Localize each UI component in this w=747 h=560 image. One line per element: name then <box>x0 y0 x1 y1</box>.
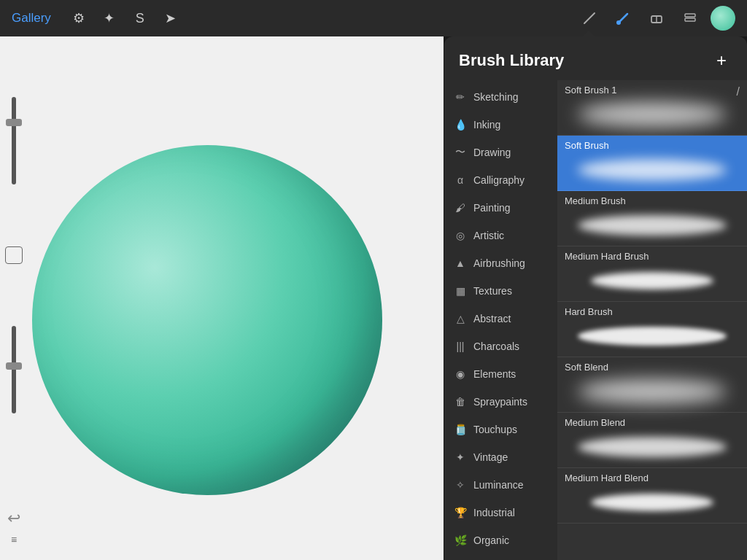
gallery-button[interactable]: Gallery <box>12 11 51 26</box>
brush-item-medium-blend[interactable]: Medium Blend <box>557 413 747 468</box>
svg-rect-4 <box>685 14 695 17</box>
category-item-organic[interactable]: 🌿Organic <box>444 526 557 554</box>
category-item-sketching[interactable]: ✏Sketching <box>444 83 557 111</box>
svg-rect-5 <box>685 18 695 21</box>
category-item-painting[interactable]: 🖌Painting <box>444 194 557 222</box>
category-item-industrial[interactable]: 🏆Industrial <box>444 499 557 526</box>
calligraphy-icon: α <box>453 173 468 187</box>
svg-point-1 <box>616 20 621 25</box>
category-item-artistic[interactable]: ◎Artistic <box>444 222 557 249</box>
spraypaints-label: Spraypaints <box>473 396 527 408</box>
brush-item-hard-brush[interactable]: Hard Brush <box>557 302 747 357</box>
brush-name-medium-hard-brush: Medium Hard Brush <box>565 251 649 262</box>
brush-item-soft-blend[interactable]: Soft Blend <box>557 357 747 413</box>
vintage-icon: ✦ <box>453 450 468 464</box>
brush-check-soft-brush-1: / <box>737 85 740 98</box>
artistic-icon: ◎ <box>453 228 468 243</box>
toolbar-right <box>576 5 735 31</box>
panel-title: Brush Library <box>459 51 564 70</box>
brush-item-medium-hard-brush[interactable]: Medium Hard Brush <box>557 246 747 302</box>
airbrushing-label: Airbrushing <box>473 257 525 269</box>
category-item-water[interactable]: 〰Water <box>444 554 557 560</box>
brush-name-row-medium-brush: Medium Brush <box>565 195 740 209</box>
brush-stroke-soft-brush <box>578 159 727 181</box>
undo-button[interactable]: ↩ <box>7 509 20 528</box>
brush-name-hard-brush: Hard Brush <box>565 306 613 317</box>
brush-name-row-soft-brush: Soft Brush <box>565 140 740 154</box>
category-item-luminance[interactable]: ✧Luminance <box>444 471 557 499</box>
bottom-controls: ↩ ≡ <box>7 509 20 545</box>
category-item-vintage[interactable]: ✦Vintage <box>444 443 557 471</box>
painting-label: Painting <box>473 202 511 214</box>
size-slider-handle[interactable] <box>6 119 22 126</box>
textures-icon: ▦ <box>453 284 468 298</box>
canvas-circle <box>32 145 382 495</box>
brush-item-medium-hard-blend[interactable]: Medium Hard Blend <box>557 468 747 524</box>
layers-icon[interactable] <box>677 5 703 31</box>
sketching-icon: ✏ <box>453 90 468 104</box>
brush-name-soft-brush-1: Soft Brush 1 <box>565 85 617 96</box>
eraser-tool-icon[interactable] <box>643 5 670 31</box>
inking-icon: 💧 <box>453 117 468 132</box>
airbrushing-icon: ▲ <box>453 256 468 271</box>
panel-header: Brush Library + <box>444 36 747 80</box>
drawing-label: Drawing <box>473 147 511 158</box>
select-icon[interactable]: ➤ <box>158 5 184 31</box>
brush-preview-hard-brush <box>565 320 740 352</box>
pen-tool-icon[interactable] <box>576 5 603 31</box>
drawing-icon: 〜 <box>453 145 468 160</box>
brush-preview-soft-brush-1 <box>565 98 740 131</box>
brush-name-soft-brush: Soft Brush <box>565 140 609 151</box>
spraypaints-icon: 🗑 <box>453 394 468 409</box>
size-slider-track[interactable] <box>12 97 16 184</box>
category-item-textures[interactable]: ▦Textures <box>444 277 557 305</box>
brush-item-medium-brush[interactable]: Medium Brush <box>557 191 747 246</box>
brush-item-soft-brush[interactable]: Soft Brush <box>557 136 747 191</box>
category-item-touchups[interactable]: 🫙Touchups <box>444 416 557 443</box>
category-item-spraypaints[interactable]: 🗑Spraypaints <box>444 388 557 416</box>
category-item-calligraphy[interactable]: αCalligraphy <box>444 166 557 194</box>
category-item-charcoals[interactable]: |||Charcoals <box>444 332 557 360</box>
brush-stroke-medium-brush <box>578 215 727 236</box>
category-item-elements[interactable]: ◉Elements <box>444 360 557 388</box>
painting-icon: 🖌 <box>453 201 468 215</box>
category-item-abstract[interactable]: △Abstract <box>444 305 557 332</box>
category-item-drawing[interactable]: 〜Drawing <box>444 139 557 166</box>
organic-label: Organic <box>473 534 509 546</box>
brush-stroke-medium-hard-brush <box>591 272 713 289</box>
smudge-icon[interactable]: S <box>127 5 153 31</box>
category-item-inking[interactable]: 💧Inking <box>444 111 557 139</box>
opacity-slider-track[interactable] <box>12 326 16 413</box>
square-tool-button[interactable] <box>5 246 23 264</box>
brush-name-medium-blend: Medium Blend <box>565 417 625 428</box>
brush-name-medium-hard-blend: Medium Hard Blend <box>565 472 649 483</box>
charcoals-icon: ||| <box>453 339 468 354</box>
brush-tool-icon[interactable] <box>610 5 636 31</box>
brush-name-soft-blend: Soft Blend <box>565 362 608 373</box>
industrial-icon: 🏆 <box>453 505 468 520</box>
modify-icon[interactable]: ✦ <box>96 5 123 31</box>
brush-name-medium-brush: Medium Brush <box>565 195 626 206</box>
add-brush-button[interactable]: + <box>711 50 732 71</box>
brush-library-panel: Brush Library + ✏Sketching💧Inking〜Drawin… <box>444 36 747 560</box>
abstract-icon: △ <box>453 311 468 326</box>
canvas-area <box>0 36 444 560</box>
sketching-label: Sketching <box>473 91 518 103</box>
brush-stroke-medium-hard-blend <box>591 494 713 511</box>
redo-button[interactable]: ≡ <box>11 534 17 545</box>
opacity-slider-handle[interactable] <box>6 362 22 370</box>
avatar[interactable] <box>711 6 735 31</box>
brush-item-soft-brush-1[interactable]: Soft Brush 1/ <box>557 80 747 136</box>
luminance-label: Luminance <box>473 479 524 491</box>
settings-icon[interactable]: ⚙ <box>66 5 92 31</box>
brush-stroke-hard-brush <box>578 327 727 346</box>
industrial-label: Industrial <box>473 507 515 518</box>
brush-list: Soft Brush 1/Soft BrushMedium BrushMediu… <box>557 80 747 560</box>
category-item-airbrushing[interactable]: ▲Airbrushing <box>444 249 557 277</box>
category-list: ✏Sketching💧Inking〜DrawingαCalligraphy🖌Pa… <box>444 80 557 560</box>
charcoals-label: Charcoals <box>473 341 519 352</box>
brush-preview-medium-hard-brush <box>565 265 740 297</box>
brush-name-row-hard-brush: Hard Brush <box>565 306 740 320</box>
brush-stroke-medium-blend <box>578 437 727 457</box>
textures-label: Textures <box>473 285 512 297</box>
